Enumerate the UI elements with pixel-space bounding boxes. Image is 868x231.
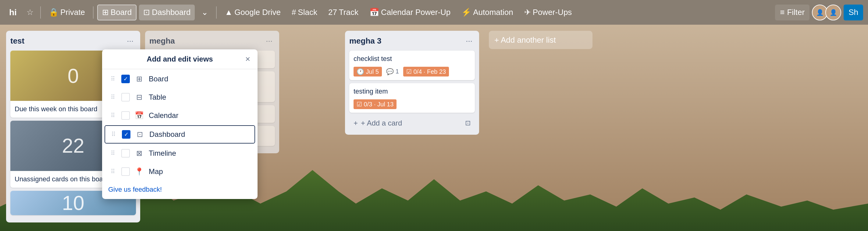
- checkbox-map[interactable]: [121, 167, 130, 176]
- slack-icon: #: [292, 8, 296, 17]
- drag-handle-table: ⠿: [111, 94, 115, 101]
- plus-icon: +: [353, 119, 358, 127]
- checkbox-dashboard[interactable]: ✓: [122, 130, 130, 139]
- add-list-label: + Add another list: [494, 35, 556, 45]
- card-checklist-test[interactable]: checklist test 🕐 Jul 5 💬 1 ☑ 0/4 · Feb 2…: [349, 51, 475, 80]
- automation-button[interactable]: ⚡ Automation: [457, 5, 518, 21]
- card-testing-item-title: testing item: [353, 87, 471, 96]
- powerups-button[interactable]: ✈ Power-Ups: [520, 5, 576, 21]
- checkbox-table[interactable]: [121, 93, 130, 101]
- badge-jul5: 🕐 Jul 5: [353, 67, 382, 76]
- list-test-menu-button[interactable]: ···: [124, 35, 136, 47]
- board-view-icon: ⊞: [135, 75, 144, 83]
- dashboard-nav-label: Dashboard: [152, 8, 190, 17]
- dashboard-nav-icon: ⊡: [143, 8, 150, 17]
- panel-item-table[interactable]: ⠿ ⊟ Table: [104, 89, 255, 106]
- add-card-button[interactable]: + + Add a card ⊡: [349, 116, 475, 130]
- panel-feedback: Give us feedback!: [102, 181, 257, 199]
- card-counter-0: 0: [68, 64, 79, 88]
- divider-1: [40, 6, 41, 19]
- checkbox-board[interactable]: ✓: [121, 75, 130, 83]
- add-list-button[interactable]: + Add another list: [489, 31, 592, 49]
- filter-button[interactable]: ≡ Filter: [775, 5, 809, 21]
- list-test-header: test ···: [10, 35, 136, 47]
- slack-button[interactable]: # Slack: [287, 5, 321, 21]
- topbar-right: ≡ Filter 👤 👤 Sh: [775, 5, 863, 21]
- badge-feb23: ☑ 0/4 · Feb 23: [403, 67, 449, 76]
- panel-item-calendar[interactable]: ⠿ 📅 Calendar: [104, 107, 255, 124]
- checkbox-calendar[interactable]: [121, 111, 130, 120]
- google-drive-icon: ▲: [225, 8, 232, 17]
- chevron-down-icon: ⌄: [202, 8, 208, 17]
- powerups-label: Power-Ups: [533, 8, 572, 17]
- chevron-dropdown-button[interactable]: ⌄: [197, 5, 212, 21]
- board-button[interactable]: ⊞ Board: [97, 5, 136, 21]
- map-view-icon: 📍: [135, 167, 144, 176]
- automation-label: Automation: [473, 8, 513, 17]
- card-checklist-test-title: checklist test: [353, 54, 471, 64]
- slack-label: Slack: [298, 8, 317, 17]
- share-button[interactable]: Sh: [844, 5, 863, 21]
- card-counter-10: 10: [62, 191, 84, 214]
- template-icon[interactable]: ⊡: [465, 119, 471, 127]
- automation-icon: ⚡: [461, 8, 471, 17]
- calendar-label: Calendar Power-Up: [381, 8, 451, 17]
- panel-item-dashboard[interactable]: ⠿ ✓ ⊡ Dashboard: [104, 125, 255, 143]
- private-button[interactable]: 🔒 Private: [44, 5, 89, 21]
- google-drive-button[interactable]: ▲ Google Drive: [220, 5, 285, 21]
- dashboard-button[interactable]: ⊡ Dashboard: [139, 5, 195, 21]
- calendar-view-label: Calendar: [149, 111, 178, 120]
- drag-handle-timeline: ⠿: [111, 150, 115, 157]
- lock-icon: 🔒: [49, 8, 59, 17]
- board-icon: ⊞: [102, 8, 109, 17]
- drag-handle-board: ⠿: [111, 75, 115, 82]
- drag-handle-dashboard: ⠿: [111, 131, 116, 138]
- avatar-2[interactable]: 👤: [825, 5, 841, 21]
- google-drive-label: Google Drive: [235, 8, 281, 17]
- meta-comment: 💬 1: [386, 68, 399, 75]
- card-testing-item[interactable]: testing item ☑ 0/3 · Jul 13: [349, 83, 475, 113]
- calendar-icon: 📅: [369, 8, 379, 17]
- list-megha3-menu-button[interactable]: ···: [463, 35, 475, 47]
- board-label: Board: [111, 8, 132, 17]
- panel-item-map[interactable]: ⠿ 📍 Map: [104, 163, 255, 180]
- avatar-image-1: 👤: [812, 5, 827, 20]
- hi-logo: hi: [5, 6, 21, 19]
- feedback-link[interactable]: Give us feedback!: [108, 186, 162, 193]
- board-view-label: Board: [149, 75, 168, 83]
- panel-close-button[interactable]: ×: [243, 53, 253, 65]
- star-icon[interactable]: ☆: [24, 6, 37, 19]
- dashboard-view-icon: ⊡: [135, 130, 145, 139]
- track-button[interactable]: 27 Track: [324, 5, 363, 21]
- share-label: Sh: [848, 8, 858, 17]
- calendar-view-icon: 📅: [135, 111, 144, 120]
- checkmark-board: ✓: [123, 75, 128, 82]
- list-megha-title: megha: [149, 36, 175, 46]
- badge-jul13: ☑ 0/3 · Jul 13: [353, 99, 397, 109]
- table-view-label: Table: [149, 93, 166, 101]
- map-view-label: Map: [149, 167, 163, 176]
- card-checklist-test-meta: 🕐 Jul 5 💬 1 ☑ 0/4 · Feb 23: [353, 67, 471, 76]
- card-counter-22: 22: [62, 134, 84, 157]
- card-testing-item-body: testing item ☑ 0/3 · Jul 13: [349, 83, 475, 113]
- views-dropdown-panel: Add and edit views × ⠿ ✓ ⊞ Board ⠿ ⊟ Tab…: [102, 50, 257, 199]
- panel-item-board[interactable]: ⠿ ✓ ⊞ Board: [104, 70, 255, 88]
- divider-2: [93, 6, 94, 19]
- calendar-button[interactable]: 📅 Calendar Power-Up: [365, 5, 455, 21]
- board-background: test ··· 0 THIS WEEK Due this week on th…: [0, 25, 868, 231]
- add-card-text: + Add a card: [361, 119, 402, 127]
- dashboard-view-label: Dashboard: [149, 130, 185, 139]
- filter-label: Filter: [787, 8, 805, 17]
- list-megha-menu-button[interactable]: ···: [263, 35, 275, 47]
- timeline-view-icon: ⊠: [135, 149, 144, 158]
- panel-item-timeline[interactable]: ⠿ ⊠ Timeline: [104, 145, 255, 162]
- filter-icon: ≡: [780, 8, 784, 17]
- checkbox-timeline[interactable]: [121, 149, 130, 158]
- topbar: hi ☆ 🔒 Private ⊞ Board ⊡ Dashboard ⌄ ▲ G…: [0, 0, 868, 25]
- list-megha3-title: megha 3: [349, 36, 381, 46]
- track-label: Track: [339, 8, 359, 17]
- timeline-view-label: Timeline: [149, 149, 176, 158]
- card-testing-item-meta: ☑ 0/3 · Jul 13: [353, 99, 471, 109]
- list-megha3: megha 3 ··· checklist test 🕐 Jul 5 💬 1 ☑…: [345, 31, 479, 135]
- list-megha3-header: megha 3 ···: [349, 35, 475, 47]
